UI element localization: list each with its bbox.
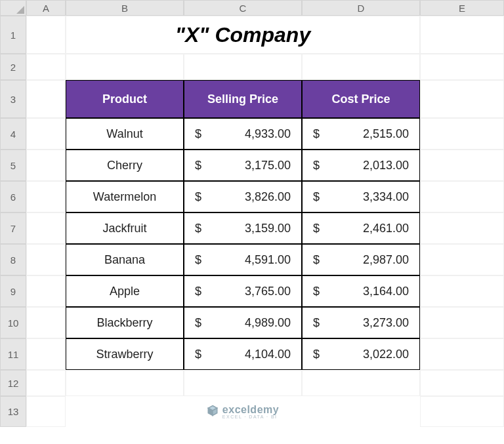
cell-A5[interactable] <box>26 150 66 181</box>
table-header-product[interactable]: Product <box>66 80 184 118</box>
currency-symbol: $ <box>310 348 320 361</box>
col-header-D[interactable]: D <box>302 0 420 16</box>
cost-value: 3,334.00 <box>363 190 411 204</box>
cost-value: 2,461.00 <box>363 222 411 235</box>
cell-A13[interactable] <box>26 396 66 427</box>
cost-value: 2,515.00 <box>363 127 411 141</box>
cell-E10[interactable] <box>420 307 504 338</box>
col-header-A[interactable]: A <box>26 0 66 16</box>
selling-cell[interactable]: $4,933.00 <box>184 118 302 150</box>
currency-symbol: $ <box>192 190 201 204</box>
cost-cell[interactable]: $2,013.00 <box>302 150 420 181</box>
row-header-11[interactable]: 11 <box>0 338 26 370</box>
cell-C2[interactable] <box>184 54 302 80</box>
product-cell[interactable]: Blackberry <box>66 307 184 338</box>
cell-E3[interactable] <box>420 80 504 118</box>
row-header-5[interactable]: 5 <box>0 150 26 181</box>
cost-cell[interactable]: $3,164.00 <box>302 275 420 307</box>
col-header-C[interactable]: C <box>184 0 302 16</box>
cell-D2[interactable] <box>302 54 420 80</box>
cost-cell[interactable]: $2,461.00 <box>302 212 420 244</box>
product-cell[interactable]: Apple <box>66 275 184 307</box>
row-header-1[interactable]: 1 <box>0 16 26 54</box>
cell-A2[interactable] <box>26 54 66 80</box>
selling-cell[interactable]: $4,989.00 <box>184 307 302 338</box>
cell-E11[interactable] <box>420 338 504 370</box>
row-header-2[interactable]: 2 <box>0 54 26 80</box>
selling-cell[interactable]: $3,159.00 <box>184 212 302 244</box>
col-header-E[interactable]: E <box>420 0 504 16</box>
selling-cell[interactable]: $3,765.00 <box>184 275 302 307</box>
row-header-12[interactable]: 12 <box>0 370 26 396</box>
cost-cell[interactable]: $2,515.00 <box>302 118 420 150</box>
cell-A3[interactable] <box>26 80 66 118</box>
cell-A12[interactable] <box>26 370 66 396</box>
currency-symbol: $ <box>310 253 320 267</box>
cell-B12[interactable] <box>66 370 184 396</box>
cost-value: 3,273.00 <box>363 316 411 330</box>
cell-A1[interactable] <box>26 16 66 54</box>
currency-symbol: $ <box>310 316 320 330</box>
product-cell[interactable]: Watermelon <box>66 181 184 212</box>
table-header-cost[interactable]: Cost Price <box>302 80 420 118</box>
cell-A8[interactable] <box>26 244 66 275</box>
cell-A6[interactable] <box>26 181 66 212</box>
cost-cell[interactable]: $3,022.00 <box>302 338 420 370</box>
product-cell[interactable]: Cherry <box>66 150 184 181</box>
row-header-10[interactable]: 10 <box>0 307 26 338</box>
selling-cell[interactable]: $3,826.00 <box>184 181 302 212</box>
cell-E5[interactable] <box>420 150 504 181</box>
row-header-8[interactable]: 8 <box>0 244 26 275</box>
cell-C12[interactable] <box>184 370 302 396</box>
selling-cell[interactable]: $4,591.00 <box>184 244 302 275</box>
table-header-selling[interactable]: Selling Price <box>184 80 302 118</box>
cell-A9[interactable] <box>26 275 66 307</box>
currency-symbol: $ <box>192 222 201 235</box>
cell-E9[interactable] <box>420 275 504 307</box>
row-header-13[interactable]: 13 <box>0 396 26 427</box>
row-header-3[interactable]: 3 <box>0 80 26 118</box>
cell-A10[interactable] <box>26 307 66 338</box>
row-header-4[interactable]: 4 <box>0 118 26 150</box>
product-cell[interactable]: Strawberry <box>66 338 184 370</box>
cost-value: 3,022.00 <box>363 348 411 361</box>
currency-symbol: $ <box>310 285 320 298</box>
row-header-7[interactable]: 7 <box>0 212 26 244</box>
cell-E2[interactable] <box>420 54 504 80</box>
selling-cell[interactable]: $4,104.00 <box>184 338 302 370</box>
selling-value: 3,826.00 <box>245 190 293 204</box>
cell-E8[interactable] <box>420 244 504 275</box>
cell-B2[interactable] <box>66 54 184 80</box>
cell-E1[interactable] <box>420 16 504 54</box>
product-cell[interactable]: Jackfruit <box>66 212 184 244</box>
product-cell[interactable]: Walnut <box>66 118 184 150</box>
currency-symbol: $ <box>310 127 320 141</box>
cell-A7[interactable] <box>26 212 66 244</box>
currency-symbol: $ <box>192 127 201 141</box>
cost-cell[interactable]: $3,273.00 <box>302 307 420 338</box>
col-header-B[interactable]: B <box>66 0 184 16</box>
cell-A11[interactable] <box>26 338 66 370</box>
cell-A4[interactable] <box>26 118 66 150</box>
cell-E13[interactable] <box>420 396 504 427</box>
spreadsheet-grid: A B C D E 1 2 3 4 5 6 7 8 9 10 11 12 13 … <box>0 0 504 444</box>
cell-E4[interactable] <box>420 118 504 150</box>
product-cell[interactable]: Banana <box>66 244 184 275</box>
currency-symbol: $ <box>310 190 320 204</box>
cell-E12[interactable] <box>420 370 504 396</box>
select-all-corner[interactable] <box>0 0 26 16</box>
row-header-6[interactable]: 6 <box>0 181 26 212</box>
selling-value: 3,175.00 <box>245 159 293 172</box>
watermark-logo: exceldemy EXCEL · DATA · BI <box>66 396 420 427</box>
selling-value: 4,104.00 <box>245 348 293 361</box>
cost-value: 3,164.00 <box>363 285 411 298</box>
cell-D12[interactable] <box>302 370 420 396</box>
cell-E6[interactable] <box>420 181 504 212</box>
page-title[interactable]: "X" Company <box>66 16 420 54</box>
cell-E7[interactable] <box>420 212 504 244</box>
selling-cell[interactable]: $3,175.00 <box>184 150 302 181</box>
row-header-9[interactable]: 9 <box>0 275 26 307</box>
currency-symbol: $ <box>310 222 320 235</box>
cost-cell[interactable]: $3,334.00 <box>302 181 420 212</box>
cost-cell[interactable]: $2,987.00 <box>302 244 420 275</box>
